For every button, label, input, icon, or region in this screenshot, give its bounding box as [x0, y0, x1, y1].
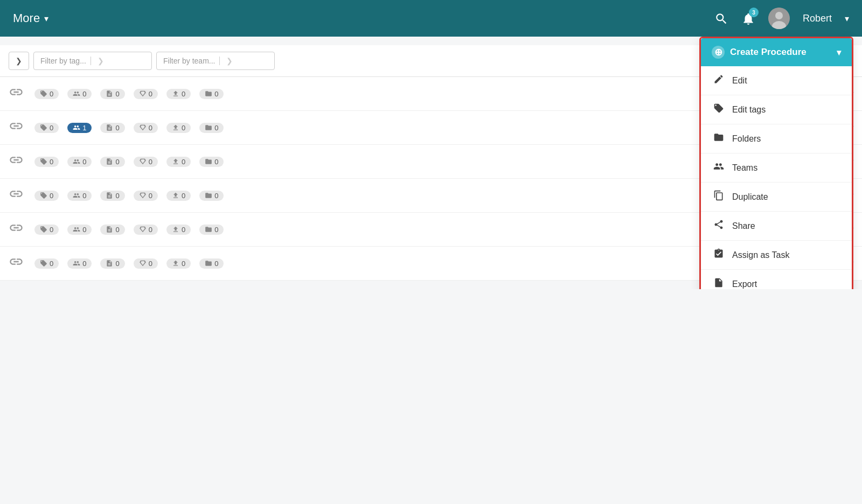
- menu-item-edit-tags[interactable]: Edit tags: [701, 95, 852, 124]
- assign-task-label: Assign as Task: [732, 250, 789, 260]
- assign-task-icon: [713, 248, 725, 262]
- more-menu-button[interactable]: More ▾: [13, 11, 48, 25]
- link-icon: [9, 118, 28, 137]
- status-filter-chevron: ❯: [16, 57, 22, 65]
- create-procedure-chevron: ▾: [837, 47, 841, 58]
- tag-icon: [713, 103, 725, 116]
- menu-item-export[interactable]: Export: [701, 270, 852, 289]
- team-filter-chevron: ❯: [219, 57, 233, 65]
- team-filter[interactable]: Filter by team... ❯: [156, 52, 275, 70]
- create-procedure-label: Create Procedure: [730, 47, 807, 58]
- more-label: More: [13, 11, 40, 25]
- menu-item-duplicate[interactable]: Duplicate: [701, 183, 852, 212]
- menu-item-teams[interactable]: Teams: [701, 153, 852, 183]
- link-icon: [9, 186, 28, 205]
- user-name: Robert: [803, 13, 832, 24]
- teams-label: Teams: [732, 163, 757, 173]
- duplicate-icon: [713, 190, 725, 204]
- edit-icon: [713, 74, 725, 87]
- link-icon: [9, 220, 28, 239]
- tag-count: 0: [34, 123, 59, 133]
- folder-icon: [713, 132, 725, 145]
- svg-point-1: [775, 12, 783, 19]
- menu-item-folders[interactable]: Folders: [701, 124, 852, 153]
- header: More ▾ 3 Robert ▾: [0, 0, 862, 37]
- folder-count: 0: [199, 123, 224, 133]
- avatar: [768, 8, 790, 29]
- teams-icon: [713, 161, 725, 174]
- folders-label: Folders: [732, 134, 761, 144]
- tag-filter-label: Filter by tag...: [40, 57, 86, 65]
- row-stats: 0 0 0 0 0: [34, 89, 755, 99]
- tag-filter[interactable]: Filter by tag... ❯: [33, 52, 152, 70]
- people-count-active: 1: [67, 123, 92, 133]
- duplicate-label: Duplicate: [732, 192, 768, 202]
- share-icon: [713, 219, 725, 233]
- row-stats: 0 0 0 0 0 0: [34, 157, 755, 167]
- plus-icon: ⊕: [712, 46, 725, 59]
- row-stats: 0 0 0 0 0 0: [34, 191, 755, 201]
- menu-item-share[interactable]: Share: [701, 212, 852, 241]
- context-menu: ⊕ Create Procedure ▾ Edit Edit tags: [701, 38, 852, 289]
- edit-label: Edit: [732, 76, 747, 86]
- folder-count: 0: [199, 89, 224, 99]
- team-filter-label: Filter by team...: [163, 57, 215, 65]
- doc-count: 0: [100, 123, 124, 133]
- header-left: More ▾: [13, 11, 48, 25]
- share-label: Share: [732, 221, 755, 231]
- upload-count: 0: [166, 123, 191, 133]
- dropdown-highlight: ⊕ Create Procedure ▾ Edit Edit tags: [699, 37, 853, 289]
- link-icon: [9, 85, 28, 103]
- menu-item-edit[interactable]: Edit: [701, 66, 852, 95]
- export-label: Export: [732, 279, 757, 289]
- user-chevron: ▾: [845, 13, 849, 24]
- tag-count: 0: [34, 89, 59, 99]
- create-procedure-button[interactable]: ⊕ Create Procedure ▾: [701, 38, 852, 66]
- people-count: 0: [67, 89, 92, 99]
- link-icon: [9, 254, 28, 272]
- header-right: 3 Robert ▾: [714, 8, 849, 29]
- export-icon: [713, 277, 725, 289]
- upload-count: 0: [166, 89, 191, 99]
- row-stats: 0 0 0 0 0 0: [34, 258, 755, 269]
- tag-filter-chevron: ❯: [91, 57, 104, 65]
- main-content: ❯ Filter by tag... ❯ Filter by team... ❯…: [0, 37, 862, 289]
- link-icon: [9, 152, 28, 171]
- menu-item-assign-task[interactable]: Assign as Task: [701, 241, 852, 270]
- more-chevron: ▾: [44, 13, 48, 24]
- doc-count: 0: [100, 89, 124, 99]
- edit-tags-label: Edit tags: [732, 105, 766, 115]
- search-button[interactable]: [714, 11, 728, 25]
- notifications-button[interactable]: 3: [741, 11, 755, 25]
- row-stats: 0 1 0 0 0: [34, 123, 755, 133]
- row-stats: 0 0 0 0 0 0: [34, 225, 755, 235]
- diamond-count: 0: [134, 89, 158, 99]
- status-filter[interactable]: ❯: [9, 52, 29, 70]
- context-menu-container: ⊕ Create Procedure ▾ Edit Edit tags: [699, 37, 853, 289]
- notification-badge: 3: [749, 8, 759, 17]
- diamond-count: 0: [134, 123, 158, 133]
